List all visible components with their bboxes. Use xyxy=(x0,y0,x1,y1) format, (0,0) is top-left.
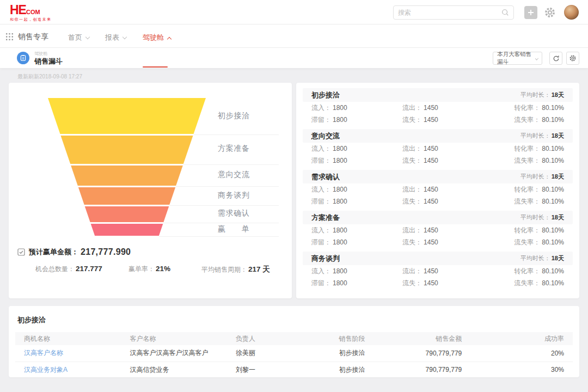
metric-inflow: 流入：1800 xyxy=(311,103,402,113)
metric-stagnant: 滞留：1800 xyxy=(311,279,402,288)
avg-duration: 平均时长：18天 xyxy=(520,173,564,181)
col-success-rate: 成功率 xyxy=(464,332,573,345)
logo-text: HE xyxy=(10,3,26,17)
metric-conversion-rate: 转化率：80.10% xyxy=(488,226,564,235)
refresh-button[interactable] xyxy=(549,52,562,65)
avg-duration: 平均时长：18天 xyxy=(520,91,564,99)
chevron-down-icon xyxy=(535,57,538,60)
stage-section: 方案准备 平均时长：18天 流入：1800 流出：1450 转化率：80.10%… xyxy=(303,211,573,248)
funnel-stage-label: 初步接洽 xyxy=(218,111,249,121)
metrics-row: 滞留：1800 流失：1450 流失率：80.10% xyxy=(303,195,573,207)
funnel-segment[interactable] xyxy=(48,136,206,164)
checkbox-icon[interactable] xyxy=(17,248,25,256)
card-settings-button[interactable] xyxy=(566,52,579,65)
funnel-stage-label: 意向交流 xyxy=(218,170,249,180)
metrics-row: 流入：1800 流出：1450 转化率：80.10% xyxy=(303,183,573,195)
metrics-row: 流入：1800 流出：1450 转化率：80.10% xyxy=(303,143,573,155)
table-row[interactable]: 汉高业务对象A 汉高信贷业务 刘黎一 初步接洽 790,779,779 30% xyxy=(15,362,573,378)
stage-section-header[interactable]: 方案准备 平均时长：18天 xyxy=(303,211,573,224)
stage-title: 需求确认 xyxy=(311,172,340,182)
funnel-segment[interactable] xyxy=(48,206,206,222)
dashboard-icon xyxy=(17,52,29,64)
metric-lost: 流失：1450 xyxy=(402,115,488,125)
stage-section-header[interactable]: 初步接洽 平均时长：18天 xyxy=(303,88,573,102)
metrics-row: 滞留：1800 流失：1450 流失率：80.10% xyxy=(303,277,573,289)
metrics-row: 流入：1800 流出：1450 转化率：80.10% xyxy=(303,224,573,236)
stage-divider-line xyxy=(194,134,279,135)
metric-outflow: 流出：1450 xyxy=(402,267,488,276)
global-search[interactable] xyxy=(393,5,514,20)
metric-inflow: 流入：1800 xyxy=(311,226,402,235)
metric-stagnant: 滞留：1800 xyxy=(311,197,402,206)
metric-stagnant: 滞留：1800 xyxy=(311,115,402,125)
main-nav: 销售专享 首页 报表 驾驶舱 xyxy=(0,24,588,48)
search-input[interactable] xyxy=(398,9,501,16)
opportunity-table-card: 初步接洽 商机名称 客户名称 负责人 销售阶段 销售金额 成功率 汉高客户名称 … xyxy=(9,306,579,377)
brand-logo[interactable]: HECOM 和你一起，创造未来 xyxy=(10,4,52,21)
nav-item-reports[interactable]: 报表 xyxy=(105,33,126,42)
col-customer-name: 客户名称 xyxy=(121,332,228,345)
funnel-segment[interactable] xyxy=(48,98,206,134)
funnel-stage-label: 方案准备 xyxy=(218,144,249,154)
stage-divider-line xyxy=(169,205,279,206)
metrics-row: 滞留：1800 流失：1450 流失率：80.10% xyxy=(303,114,573,126)
logo-suffix: COM xyxy=(26,9,40,15)
stage-section-header[interactable]: 商务谈判 平均时长：18天 xyxy=(303,252,573,265)
metric-outflow: 流出：1450 xyxy=(402,226,488,235)
funnel-segment[interactable] xyxy=(48,187,206,205)
metric-loss-rate: 流失率：80.10% xyxy=(488,197,564,206)
opportunity-link[interactable]: 汉高客户名称 xyxy=(15,345,121,362)
col-opportunity-name: 商机名称 xyxy=(15,332,121,345)
table-header-row: 商机名称 客户名称 负责人 销售阶段 销售金额 成功率 xyxy=(15,332,573,345)
metric-stagnant: 滞留：1800 xyxy=(311,238,402,247)
table-row[interactable]: 汉高客户名称 汉高客户汉高客户汉高客户 徐美丽 初步接洽 790,779,779… xyxy=(15,345,573,362)
metric-stagnant: 滞留：1800 xyxy=(311,156,402,166)
stage-cell: 初步接洽 xyxy=(330,345,403,362)
stage-divider-line xyxy=(176,186,279,187)
metric-loss-rate: 流失率：80.10% xyxy=(488,115,564,125)
search-icon[interactable] xyxy=(501,9,509,16)
forecast-label: 预计赢单金额： xyxy=(29,247,78,257)
metrics-row: 流入：1800 流出：1450 转化率：80.10% xyxy=(303,102,573,114)
forecast-amount-row: 预计赢单金额： 217,777.990 xyxy=(17,247,131,257)
stage-section: 需求确认 平均时长：18天 流入：1800 流出：1450 转化率：80.10%… xyxy=(303,170,573,207)
metric-loss-rate: 流失率：80.10% xyxy=(488,279,564,288)
metric-inflow: 流入：1800 xyxy=(311,185,402,194)
funnel-filter-select[interactable]: 本月大客销售漏斗 xyxy=(493,52,542,65)
page-header: 驾驶舱 销售漏斗 本月大客销售漏斗 xyxy=(0,48,588,68)
funnel-segment[interactable] xyxy=(48,224,206,236)
settings-icon[interactable] xyxy=(544,7,556,19)
funnel-stage-label: 商务谈判 xyxy=(218,191,249,200)
funnel-stage-label: 需求确认 xyxy=(218,209,249,218)
funnel-card: 初步接洽 方案准备 意向交流 商务谈判 需求确认 赢单 预计赢单金额： 217,… xyxy=(9,83,292,298)
avg-duration: 平均时长：18天 xyxy=(520,132,564,140)
opportunity-table: 商机名称 客户名称 负责人 销售阶段 销售金额 成功率 汉高客户名称 汉高客户汉… xyxy=(15,332,573,378)
metric-inflow: 流入：1800 xyxy=(311,144,402,154)
chevron-down-icon xyxy=(122,35,127,39)
stage-section-header[interactable]: 需求确认 平均时长：18天 xyxy=(303,170,573,183)
user-avatar[interactable] xyxy=(564,5,579,20)
stage-divider-line xyxy=(183,164,279,165)
owner-cell: 徐美丽 xyxy=(227,345,330,362)
opportunity-link[interactable]: 汉高业务对象A xyxy=(15,362,121,378)
last-refresh-note: 最新刷新2018-09-08 17:27 xyxy=(17,73,82,81)
funnel-stage-label: 赢单 xyxy=(218,224,249,234)
metric-lost: 流失：1450 xyxy=(402,156,488,166)
metric-outflow: 流出：1450 xyxy=(402,103,488,113)
stage-metrics-card: 初步接洽 平均时长：18天 流入：1800 流出：1450 转化率：80.10%… xyxy=(296,83,579,298)
page-category: 驾驶舱 xyxy=(34,51,47,57)
stage-title: 商务谈判 xyxy=(311,254,340,264)
metrics-row: 滞留：1800 流失：1450 流失率：80.10% xyxy=(303,155,573,167)
stage-section-header[interactable]: 意向交流 平均时长：18天 xyxy=(303,129,573,143)
forecast-value: 217,777.990 xyxy=(81,247,131,257)
stage-title: 初步接洽 xyxy=(311,90,340,100)
funnel-segment[interactable] xyxy=(48,166,206,186)
owner-cell: 刘黎一 xyxy=(227,362,330,378)
nav-item-home[interactable]: 首页 xyxy=(68,33,89,42)
stage-divider-line xyxy=(163,223,279,223)
nav-item-cockpit[interactable]: 驾驶舱 xyxy=(143,33,171,42)
app-title: 销售专享 xyxy=(18,32,48,42)
add-button[interactable] xyxy=(524,6,537,19)
metric-inflow: 流入：1800 xyxy=(311,267,402,276)
app-grid-icon[interactable] xyxy=(6,33,13,42)
